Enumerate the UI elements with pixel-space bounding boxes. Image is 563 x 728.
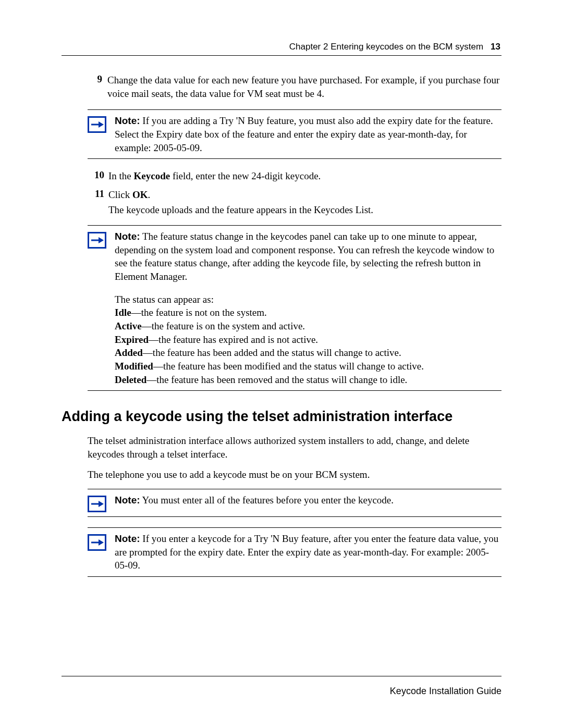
note-2: Note: The feature status change in the k…	[88, 230, 501, 386]
status-item: Deleted—the feature has been removed and…	[115, 373, 501, 387]
body-paragraph: The telset administration interface allo…	[88, 434, 501, 461]
status-item: Active—the feature is on the system and …	[115, 319, 501, 333]
note-rule	[88, 390, 501, 391]
status-item: Modified—the feature has been modified a…	[115, 360, 501, 373]
arrow-right-icon	[88, 116, 106, 133]
step-10: 10 In the Keycode field, enter the new 2…	[88, 169, 501, 183]
status-list: The status can appear as: Idle—the featu…	[115, 293, 501, 386]
note-rule	[88, 516, 501, 517]
step-number: 10	[88, 169, 104, 183]
arrow-right-icon	[88, 232, 106, 249]
svg-marker-1	[99, 121, 104, 128]
footer-rule	[62, 676, 501, 676]
status-item: Idle—the feature is not on the system.	[115, 306, 501, 319]
note-body: The feature status change in the keycode…	[115, 231, 494, 282]
note-body: If you are adding a Try 'N Buy feature, …	[115, 115, 493, 153]
svg-marker-7	[99, 539, 104, 546]
body-paragraph: The telephone you use to add a keycode m…	[88, 468, 501, 482]
note-text: Note: If you are adding a Try 'N Buy fea…	[115, 114, 501, 154]
note-text: Note: You must enter all of the features…	[115, 493, 394, 507]
note-4: Note: If you enter a keycode for a Try '…	[88, 532, 501, 572]
arrow-right-icon	[88, 534, 106, 551]
note-label: Note:	[115, 115, 140, 126]
chapter-label: Chapter 2 Entering keycodes on the BCM s…	[289, 42, 483, 52]
step-9: 9 Change the data value for each new fea…	[88, 73, 501, 100]
status-item: Added—the feature has been added and the…	[115, 346, 501, 360]
section-heading: Adding a keycode using the telset admini…	[62, 409, 501, 425]
note-3: Note: You must enter all of the features…	[88, 493, 501, 512]
note-1: Note: If you are adding a Try 'N Buy fea…	[88, 114, 501, 154]
step-11: 11 Click OK.	[88, 188, 501, 202]
svg-marker-3	[99, 237, 104, 243]
note-rule	[88, 489, 501, 489]
note-rule	[88, 225, 501, 226]
svg-marker-5	[99, 501, 104, 507]
note-rule	[88, 158, 501, 159]
arrow-right-icon	[88, 496, 106, 512]
step-text: Click OK.	[108, 188, 150, 202]
note-rule	[88, 109, 501, 110]
step-text: In the Keycode field, enter the new 24-d…	[108, 169, 321, 183]
step-text: Change the data value for each new featu…	[107, 73, 501, 100]
footer-text: Keycode Installation Guide	[62, 686, 501, 697]
note-label: Note:	[115, 231, 140, 242]
status-intro: The status can appear as:	[115, 293, 501, 306]
step-number: 11	[88, 188, 104, 202]
note-label: Note:	[115, 533, 140, 544]
note-body: If you enter a keycode for a Try 'N Buy …	[115, 533, 498, 571]
step-number: 9	[88, 73, 102, 100]
note-text: Note: If you enter a keycode for a Try '…	[115, 532, 501, 572]
note-text: Note: The feature status change in the k…	[115, 230, 501, 283]
status-item: Expired—the feature has expired and is n…	[115, 333, 501, 347]
note-rule	[88, 576, 501, 577]
step-result: The keycode uploads and the feature appe…	[108, 203, 501, 217]
page-number: 13	[491, 42, 500, 52]
header-rule	[62, 55, 501, 56]
page-footer: Keycode Installation Guide	[62, 676, 501, 697]
note-rule	[88, 527, 501, 528]
note-body: You must enter all of the features befor…	[140, 495, 394, 505]
note-label: Note:	[115, 495, 140, 505]
page-header: Chapter 2 Entering keycodes on the BCM s…	[62, 42, 501, 52]
